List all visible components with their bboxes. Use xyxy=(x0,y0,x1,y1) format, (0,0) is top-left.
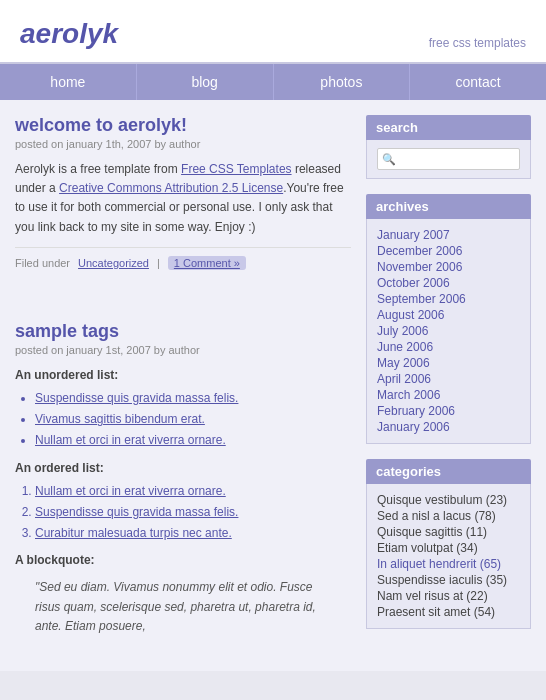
search-widget: search 🔍 xyxy=(366,115,531,179)
archive-link[interactable]: October 2006 xyxy=(377,275,520,291)
ordered-label: An ordered list: xyxy=(15,459,351,478)
list-link[interactable]: Nullam et orci in erat viverra ornare. xyxy=(35,484,226,498)
post-footer-divider: | xyxy=(157,257,160,269)
categories-widget: categories Quisque vestibulum (23) Sed a… xyxy=(366,459,531,629)
archives-widget: archives January 2007 December 2006 Nove… xyxy=(366,194,531,444)
list-item: Suspendisse quis gravida massa felis. xyxy=(35,503,351,522)
archive-link[interactable]: July 2006 xyxy=(377,323,520,339)
category-link[interactable]: In aliquet hendrerit (65) xyxy=(377,556,520,572)
category-link[interactable]: Quisque vestibulum (23) xyxy=(377,492,520,508)
list-link[interactable]: Curabitur malesuada turpis nec ante. xyxy=(35,526,232,540)
category-link[interactable]: Nam vel risus at (22) xyxy=(377,588,520,604)
post-link-cc-license[interactable]: Creative Commons Attribution 2.5 License xyxy=(59,181,283,195)
archive-link[interactable]: January 2006 xyxy=(377,419,520,435)
categories-widget-body: Quisque vestibulum (23) Sed a nisl a lac… xyxy=(366,484,531,629)
list-item: Suspendisse quis gravida massa felis. xyxy=(35,389,351,408)
post-body-welcome: Aerolyk is a free template from Free CSS… xyxy=(15,160,351,237)
archives-widget-body: January 2007 December 2006 November 2006… xyxy=(366,219,531,444)
list-link[interactable]: Nullam et orci in erat viverra ornare. xyxy=(35,433,226,447)
post-title-welcome: welcome to aerolyk! xyxy=(15,115,351,136)
tagline: free css templates xyxy=(429,36,526,50)
archive-link[interactable]: January 2007 xyxy=(377,227,520,243)
nav-home[interactable]: home xyxy=(0,64,137,100)
list-link[interactable]: Suspendisse quis gravida massa felis. xyxy=(35,391,238,405)
search-widget-title: search xyxy=(366,115,531,140)
unordered-list: Suspendisse quis gravida massa felis. Vi… xyxy=(35,389,351,451)
sidebar: search 🔍 archives January 2007 December … xyxy=(366,115,531,656)
archive-link[interactable]: September 2006 xyxy=(377,291,520,307)
header: aerolyk free css templates xyxy=(0,0,546,64)
category-link[interactable]: Etiam volutpat (34) xyxy=(377,540,520,556)
list-item: Nullam et orci in erat viverra ornare. xyxy=(35,431,351,450)
post-meta-sample: posted on january 1st, 2007 by author xyxy=(15,344,351,356)
post-link-free-css[interactable]: Free CSS Templates xyxy=(181,162,292,176)
category-link[interactable]: Sed a nisl a lacus (78) xyxy=(377,508,520,524)
page-curl xyxy=(15,290,351,306)
archive-link[interactable]: June 2006 xyxy=(377,339,520,355)
nav-blog[interactable]: blog xyxy=(137,64,274,100)
ordered-list: Nullam et orci in erat viverra ornare. S… xyxy=(35,482,351,544)
list-link[interactable]: Vivamus sagittis bibendum erat. xyxy=(35,412,205,426)
archive-link[interactable]: March 2006 xyxy=(377,387,520,403)
blockquote-label: A blockquote: xyxy=(15,551,351,570)
post-comment-link[interactable]: 1 Comment » xyxy=(168,256,246,270)
post-welcome: welcome to aerolyk! posted on january 1t… xyxy=(15,115,351,270)
archive-link[interactable]: April 2006 xyxy=(377,371,520,387)
nav-photos[interactable]: photos xyxy=(274,64,411,100)
list-item: Nullam et orci in erat viverra ornare. xyxy=(35,482,351,501)
search-widget-body: 🔍 xyxy=(366,140,531,179)
search-icon: 🔍 xyxy=(382,153,396,166)
categories-widget-title: categories xyxy=(366,459,531,484)
post-sample-tags: sample tags posted on january 1st, 2007 … xyxy=(15,321,351,636)
search-input[interactable] xyxy=(377,148,520,170)
blockquote: "Sed eu diam. Vivamus nonummy elit et od… xyxy=(35,578,331,636)
content-area: welcome to aerolyk! posted on january 1t… xyxy=(15,115,351,656)
list-link[interactable]: Suspendisse quis gravida massa felis. xyxy=(35,505,238,519)
list-item: Vivamus sagittis bibendum erat. xyxy=(35,410,351,429)
unordered-label: An unordered list: xyxy=(15,366,351,385)
archive-link[interactable]: November 2006 xyxy=(377,259,520,275)
search-wrapper: 🔍 xyxy=(377,148,520,170)
post-category-link[interactable]: Uncategorized xyxy=(78,257,149,269)
post-footer-welcome: Filed under Uncategorized | 1 Comment » xyxy=(15,247,351,270)
site-title[interactable]: aerolyk xyxy=(20,18,118,50)
category-link[interactable]: Quisque sagittis (11) xyxy=(377,524,520,540)
navigation: home blog photos contact xyxy=(0,64,546,100)
archive-link[interactable]: May 2006 xyxy=(377,355,520,371)
post-body-intro: Aerolyk is a free template from xyxy=(15,162,181,176)
post-title-sample: sample tags xyxy=(15,321,351,342)
nav-contact[interactable]: contact xyxy=(410,64,546,100)
archive-link[interactable]: December 2006 xyxy=(377,243,520,259)
main-content: welcome to aerolyk! posted on january 1t… xyxy=(0,100,546,671)
category-link[interactable]: Praesent sit amet (54) xyxy=(377,604,520,620)
archives-widget-title: archives xyxy=(366,194,531,219)
post-meta-welcome: posted on january 1th, 2007 by author xyxy=(15,138,351,150)
archive-link[interactable]: February 2006 xyxy=(377,403,520,419)
post-filed-label: Filed under xyxy=(15,257,70,269)
category-link[interactable]: Suspendisse iaculis (35) xyxy=(377,572,520,588)
archive-link[interactable]: August 2006 xyxy=(377,307,520,323)
list-item: Curabitur malesuada turpis nec ante. xyxy=(35,524,351,543)
post-body-sample: An unordered list: Suspendisse quis grav… xyxy=(15,366,351,636)
